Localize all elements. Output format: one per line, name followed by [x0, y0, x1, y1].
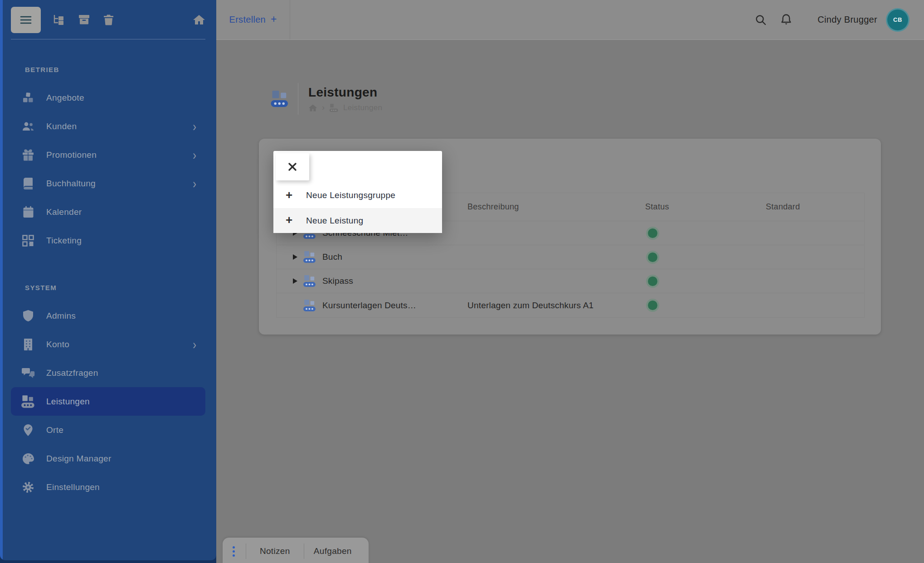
create-leistung-popup: + Neue Leistungsgruppe + Neue Leistung: [273, 151, 442, 233]
plus-icon: +: [286, 189, 295, 201]
menu-item-neue-leistung[interactable]: + Neue Leistung: [273, 208, 442, 233]
menu-item-neue-leistungsgruppe[interactable]: + Neue Leistungsgruppe: [273, 183, 442, 208]
plus-icon: +: [286, 214, 295, 226]
close-button[interactable]: [276, 153, 309, 180]
close-icon: [287, 162, 297, 172]
modal-backdrop[interactable]: [0, 0, 924, 563]
popup-menu: + Neue Leistungsgruppe + Neue Leistung: [273, 183, 442, 233]
